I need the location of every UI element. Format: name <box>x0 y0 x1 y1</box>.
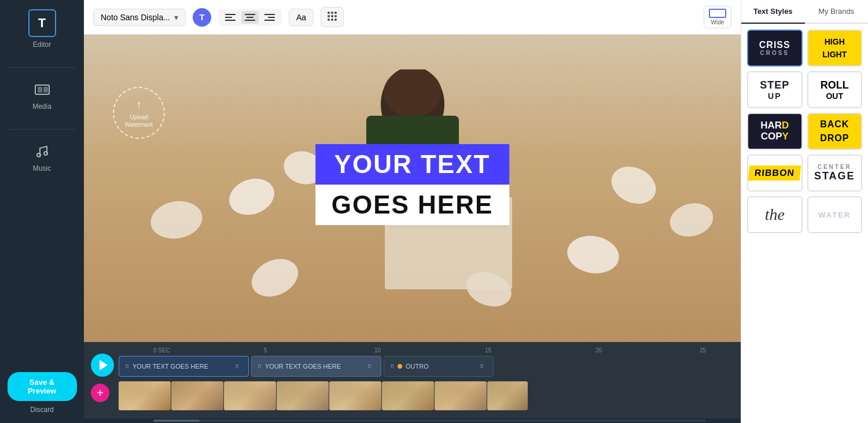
svg-point-18 <box>331 15 333 17</box>
outro-dot <box>398 364 402 369</box>
align-right-button[interactable] <box>261 11 278 24</box>
center-stage-text: CENTER STAGE <box>814 164 855 182</box>
toolbar: Noto Sans Displa... ▾ T Aa Wide <box>84 0 741 35</box>
drag-handle-2-right: ⠿ <box>367 363 372 370</box>
text-track-2[interactable]: ⠿ YOUR TEXT GOES HERE ⠿ <box>251 356 381 377</box>
drag-handle-1-right: ⠿ <box>235 363 239 370</box>
play-button[interactable] <box>91 354 114 377</box>
text-style-button[interactable]: Aa <box>289 9 314 26</box>
svg-point-4 <box>44 152 47 155</box>
style-roll-out[interactable]: ROLL OUT <box>807 71 863 108</box>
svg-point-3 <box>37 153 41 157</box>
drag-handle-outro-right: ⠿ <box>480 363 484 370</box>
font-color-button[interactable]: T <box>193 8 211 27</box>
svg-point-19 <box>334 15 337 17</box>
tab-my-brands[interactable]: My Brands <box>805 0 869 23</box>
sidebar-divider-2 <box>9 129 76 130</box>
wide-button[interactable]: Wide <box>704 6 731 28</box>
alignment-group <box>218 9 282 26</box>
style-water[interactable]: WATER <box>807 196 863 233</box>
the-text: the <box>765 205 785 224</box>
ruler-5: 5 <box>264 347 267 354</box>
style-high-light[interactable]: HIGH LIGHT <box>807 30 863 67</box>
text-track-1[interactable]: ⠿ YOUR TEXT GOES HERE ⠿ <box>119 356 249 377</box>
roll-out-text: ROLL OUT <box>821 79 849 101</box>
svg-rect-1 <box>38 87 42 93</box>
main-area: Noto Sans Displa... ▾ T Aa Wide <box>84 0 741 423</box>
ruler-10: 10 <box>374 347 381 354</box>
video-strip <box>119 381 736 410</box>
grid-button[interactable] <box>321 7 344 27</box>
drag-handle-1: ⠿ <box>125 363 129 370</box>
video-preview: ↑ Upload Watermark YOUR TEXT GOES HERE <box>84 35 741 342</box>
text-line2: GOES HERE <box>315 185 510 225</box>
strip-frame-4 <box>277 381 329 410</box>
text-track-2-label: YOUR TEXT GOES HERE <box>265 363 341 370</box>
align-left-button[interactable] <box>222 11 239 24</box>
text-tracks: ⠿ YOUR TEXT GOES HERE ⠿ ⠿ YOUR TEXT GOES… <box>119 356 736 377</box>
strip-frame-2 <box>171 381 223 410</box>
svg-point-20 <box>328 19 330 21</box>
app-logo: T <box>28 9 56 37</box>
ribbon-text: RIBBON <box>748 165 801 181</box>
strip-frame-6 <box>382 381 434 410</box>
scrollbar-track[interactable] <box>153 420 706 422</box>
svg-point-16 <box>334 12 337 14</box>
strip-frame-5 <box>329 381 381 410</box>
font-chevron-icon: ▾ <box>174 13 178 22</box>
music-icon <box>31 141 54 162</box>
sidebar-editor-label: Editor <box>33 41 51 49</box>
strip-frame-1 <box>119 381 171 410</box>
style-the[interactable]: the <box>747 196 803 233</box>
font-selector[interactable]: Noto Sans Displa... ▾ <box>93 9 186 26</box>
ruler-0: 0 SEC <box>153 347 170 354</box>
wide-label: Wide <box>711 19 724 25</box>
style-step-up[interactable]: STEP UP <box>747 71 803 108</box>
save-preview-button[interactable]: Save & Preview <box>8 372 77 401</box>
upload-icon: ↑ <box>136 98 142 111</box>
sidebar-bottom: Save & Preview Discard <box>0 372 84 414</box>
text-overlay[interactable]: YOUR TEXT GOES HERE <box>315 144 510 225</box>
music-label: Music <box>33 164 51 172</box>
strip-frame-7 <box>435 381 487 410</box>
align-center-button[interactable] <box>241 11 259 24</box>
discard-button[interactable]: Discard <box>30 406 54 414</box>
text-line1: YOUR TEXT <box>315 144 510 185</box>
style-center-stage[interactable]: CENTER STAGE <box>807 155 863 192</box>
wide-rect-icon <box>709 9 726 18</box>
drag-handle-outro: ⠿ <box>390 363 394 370</box>
drag-handle-2: ⠿ <box>258 363 262 370</box>
sidebar-item-media[interactable]: Media <box>31 79 54 111</box>
logo-letter: T <box>38 16 46 31</box>
style-hard-copy[interactable]: HARDCOPY <box>747 113 803 150</box>
ruler-marks: 0 SEC 5 10 15 20 25 <box>153 342 706 354</box>
style-ribbon[interactable]: RIBBON <box>747 155 803 192</box>
back-drop-text: BACK DROP <box>816 118 852 145</box>
sidebar: T Editor Media Music Save & Preview Disc… <box>0 0 84 423</box>
watermark-label: Upload Watermark <box>125 113 153 128</box>
style-grid: CRISS CROSS HIGH LIGHT STEP UP ROLL OUT <box>741 24 868 239</box>
timeline-scrollbar[interactable] <box>84 418 741 423</box>
svg-point-21 <box>331 19 333 21</box>
style-criss-cross[interactable]: CRISS CROSS <box>747 30 803 67</box>
right-panel-tabs: Text Styles My Brands <box>741 0 868 24</box>
highlight-text: HIGH LIGHT <box>819 36 850 60</box>
style-back-drop[interactable]: BACK DROP <box>807 113 863 150</box>
outro-track[interactable]: ⠿ OUTRO ⠿ <box>384 356 494 377</box>
svg-point-15 <box>331 12 333 14</box>
criss-cross-text: CRISS CROSS <box>759 40 790 57</box>
svg-point-17 <box>328 15 330 17</box>
add-button[interactable]: + <box>91 384 109 402</box>
upload-watermark-button[interactable]: ↑ Upload Watermark <box>113 87 165 139</box>
step-up-text: STEP UP <box>760 79 789 101</box>
media-label: Media <box>32 102 52 111</box>
svg-rect-2 <box>43 87 48 93</box>
right-panel: Text Styles My Brands CRISS CROSS HIGH L… <box>741 0 868 423</box>
timeline: 0 SEC 5 10 15 20 25 + ⠿ YOUR TEXT GOES H… <box>84 342 741 423</box>
text-track-1-label: YOUR TEXT GOES HERE <box>133 363 208 370</box>
sidebar-item-music[interactable]: Music <box>31 141 54 172</box>
outro-label: OUTRO <box>406 363 429 370</box>
tab-text-styles[interactable]: Text Styles <box>741 0 805 24</box>
ruler-20: 20 <box>595 347 602 354</box>
scrollbar-thumb[interactable] <box>153 420 200 422</box>
